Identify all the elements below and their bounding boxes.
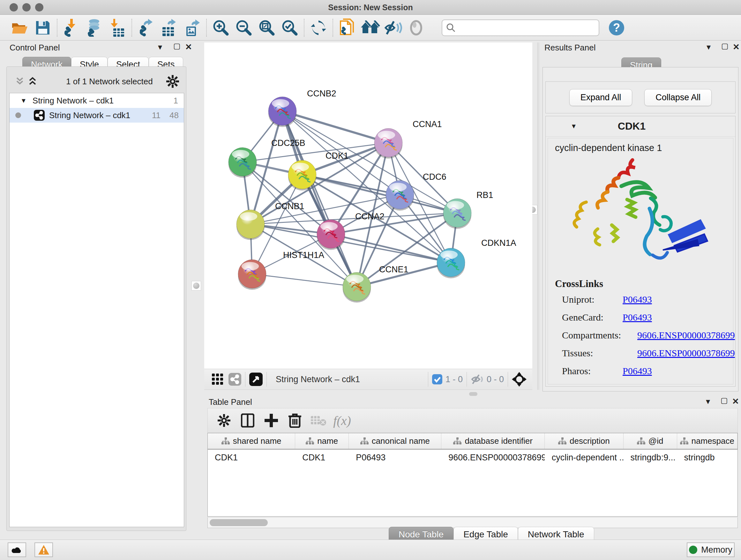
add-column-icon[interactable] (259, 410, 283, 431)
column-header-description[interactable]: description (545, 433, 623, 449)
zoom-out-icon[interactable] (232, 17, 255, 38)
refresh-icon[interactable] (307, 17, 330, 38)
home-icon[interactable] (359, 17, 382, 38)
network-node-cdc6[interactable]: CDC6 (386, 172, 447, 211)
share-document-icon[interactable] (336, 17, 359, 38)
delete-column-trash-icon[interactable] (283, 410, 307, 431)
network-edge[interactable] (357, 213, 457, 287)
genecard-link[interactable]: P06493 (623, 312, 652, 323)
collapse-triangle-icon[interactable]: ▼ (20, 97, 27, 105)
collapse-triangle-icon[interactable]: ▼ (570, 123, 577, 130)
selected-count: 1 - 0 (446, 374, 463, 384)
pan-crosshair-icon[interactable] (512, 372, 527, 387)
zoom-selected-icon[interactable] (278, 17, 301, 38)
title-bar: Session: New Session (0, 0, 741, 15)
panel-float-icon[interactable]: ▢ (721, 42, 729, 51)
expand-all-button[interactable]: Expand All (569, 89, 632, 106)
svg-text:?: ? (613, 21, 620, 34)
export-image-icon[interactable] (181, 17, 204, 38)
scrollbar-thumb[interactable] (210, 519, 268, 526)
network-row[interactable]: String Network – cdk1 11 48 (10, 108, 184, 123)
expand-all-networks-icon[interactable] (27, 77, 38, 86)
table-settings-gear-icon[interactable] (212, 410, 236, 431)
hide-eye-icon[interactable] (382, 17, 405, 38)
column-header-database-identifier[interactable]: database identifier (441, 433, 545, 449)
crosslinks-section: CrossLinks Uniprot:P06493 GeneCard:P0649… (555, 278, 735, 383)
gear-icon[interactable] (166, 75, 179, 88)
table-cell[interactable]: 9606.ENSP00000378699 (441, 453, 545, 462)
network-node-ccna1[interactable]: CCNA1 (374, 119, 442, 159)
network-edge[interactable] (251, 224, 451, 262)
pharos-link[interactable]: P06493 (623, 366, 652, 376)
open-session-icon[interactable] (8, 17, 31, 38)
eye-icon[interactable] (405, 17, 428, 38)
panel-close-icon[interactable]: ✕ (733, 42, 740, 52)
search-icon (446, 23, 456, 33)
panel-float-icon[interactable]: ▢ (173, 42, 181, 51)
gene-section-header[interactable]: ▼ CDK1 (546, 116, 735, 137)
help-icon[interactable]: ? (605, 17, 628, 38)
collapse-all-networks-icon[interactable] (14, 77, 25, 86)
network-edge[interactable] (243, 143, 388, 162)
column-header-canonical-name[interactable]: canonical name (349, 433, 441, 449)
panel-menu-icon[interactable]: ▾ (158, 42, 162, 52)
main-toolbar: ? (0, 15, 741, 41)
network-node-ccnb1[interactable]: CCNB1 (237, 201, 305, 240)
column-header-namespace[interactable]: namespace (677, 433, 738, 449)
network-node-ccne1[interactable]: CCNE1 (343, 265, 408, 303)
status-bar: Memory (0, 540, 741, 560)
import-network-file-icon[interactable] (60, 17, 83, 38)
crosslinks-heading: CrossLinks (555, 278, 735, 290)
network-node-cdkn1a[interactable]: CDKN1A (437, 238, 516, 278)
zoom-fit-icon[interactable] (255, 17, 278, 38)
table-cell[interactable]: P06493 (349, 453, 441, 462)
warning-button[interactable] (35, 543, 53, 557)
memory-button[interactable]: Memory (687, 543, 735, 557)
birds-eye-view-icon[interactable] (249, 373, 263, 386)
network-edge[interactable] (252, 274, 357, 287)
table-row[interactable]: CDK1CDK1P064939606.ENSP00000378699cyclin… (208, 449, 738, 465)
import-table-file-icon[interactable] (106, 17, 129, 38)
uniprot-link[interactable]: P06493 (623, 294, 652, 305)
network-node-rb1[interactable]: RB1 (443, 190, 493, 229)
compartments-link[interactable]: 9606.ENSP00000378699 (637, 330, 735, 341)
export-table-icon[interactable] (158, 17, 181, 38)
table-cell[interactable]: stringdb (677, 453, 738, 462)
panel-float-icon[interactable]: ▢ (721, 396, 728, 405)
export-network-icon[interactable] (135, 17, 158, 38)
panel-close-icon[interactable]: ✕ (185, 42, 192, 52)
column-header-name[interactable]: name (295, 433, 349, 449)
cloud-button[interactable] (8, 543, 26, 557)
table-cell[interactable]: stringdb:9... (623, 453, 677, 462)
node-label-hist1h1a: HIST1H1A (283, 250, 324, 260)
delete-table-icon[interactable] (307, 410, 330, 431)
save-session-icon[interactable] (31, 17, 54, 38)
panel-menu-icon[interactable]: ▾ (706, 396, 710, 407)
zoom-in-icon[interactable] (209, 17, 232, 38)
table-cell[interactable]: CDK1 (295, 453, 349, 462)
panel-menu-icon[interactable]: ▾ (706, 42, 711, 52)
table-cell[interactable]: cyclin-dependent ... (545, 453, 623, 462)
window-title: Session: New Session (0, 3, 741, 12)
function-builder-icon[interactable]: f(x) (330, 410, 354, 431)
show-columns-icon[interactable] (236, 410, 259, 431)
network-share-toggle-icon[interactable] (228, 373, 241, 386)
network-collection-row[interactable]: ▼ String Network – cdk1 1 (10, 93, 184, 108)
search-input[interactable] (456, 23, 590, 33)
network-name: String Network – cdk1 (49, 111, 130, 120)
grid-view-icon[interactable] (212, 374, 223, 385)
column-header--id[interactable]: @id (623, 433, 677, 449)
column-header-label: name (317, 436, 338, 446)
collapse-all-button[interactable]: Collapse All (644, 89, 712, 106)
left-splitter-handle[interactable] (192, 281, 201, 291)
tissues-link[interactable]: 9606.ENSP00000378699 (637, 348, 735, 359)
table-cell[interactable]: CDK1 (208, 453, 295, 462)
selected-checkbox-icon[interactable] (432, 374, 442, 384)
panel-close-icon[interactable]: ✕ (732, 396, 739, 407)
network-node-ccnb2[interactable]: CCNB2 (268, 89, 336, 127)
column-header-shared-name[interactable]: shared name (208, 433, 295, 449)
toolbar-separator (206, 19, 207, 37)
import-network-database-icon[interactable] (83, 17, 106, 38)
network-view[interactable]: CCNB2CCNA1CDC25BCDK1CDC6RB1CCNB1CCNA2HIS… (204, 43, 532, 369)
node-table[interactable]: shared namenamecanonical namedatabase id… (207, 433, 738, 516)
